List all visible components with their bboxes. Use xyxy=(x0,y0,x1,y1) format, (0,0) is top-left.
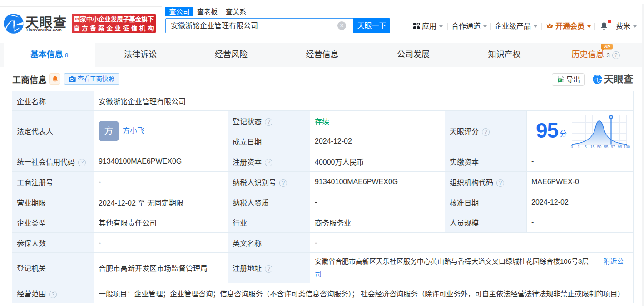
svg-text:15: 15 xyxy=(590,145,595,149)
svg-text:100: 100 xyxy=(624,145,630,149)
svg-text:1: 1 xyxy=(578,145,580,149)
svg-text:0: 0 xyxy=(571,145,573,149)
svg-text:50: 50 xyxy=(597,145,602,149)
svg-text:97: 97 xyxy=(611,145,615,149)
svg-text:3: 3 xyxy=(585,145,587,149)
svg-text:99: 99 xyxy=(618,145,622,149)
svg-text:85: 85 xyxy=(604,145,609,149)
svg-text:X: X xyxy=(559,79,561,82)
svg-text:VIP: VIP xyxy=(604,45,611,49)
